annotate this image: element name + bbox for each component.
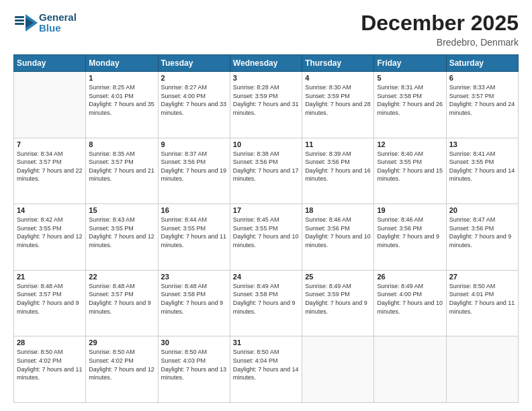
day-info: Sunrise: 8:50 AMSunset: 4:02 PMDaylight:…: [89, 348, 154, 381]
logo-line2: Blue: [39, 23, 77, 34]
table-row: 29Sunrise: 8:50 AMSunset: 4:02 PMDayligh…: [86, 336, 158, 403]
table-row: 15Sunrise: 8:43 AMSunset: 3:55 PMDayligh…: [86, 204, 158, 271]
table-row: 16Sunrise: 8:44 AMSunset: 3:55 PMDayligh…: [158, 204, 230, 271]
title-block: December 2025 Bredebro, Denmark: [361, 11, 519, 48]
day-number: 10: [233, 140, 299, 148]
table-row: 11Sunrise: 8:39 AMSunset: 3:56 PMDayligh…: [302, 138, 374, 204]
day-number: 15: [89, 206, 154, 214]
logo: General Blue: [13, 11, 77, 35]
table-row: 13Sunrise: 8:41 AMSunset: 3:55 PMDayligh…: [446, 138, 518, 204]
header-wednesday: Wednesday: [230, 55, 302, 72]
day-info: Sunrise: 8:35 AMSunset: 3:57 PMDaylight:…: [89, 150, 154, 183]
table-row: 9Sunrise: 8:37 AMSunset: 3:56 PMDaylight…: [158, 138, 230, 204]
table-row: 1Sunrise: 8:25 AMSunset: 4:01 PMDaylight…: [86, 72, 158, 138]
day-number: 16: [161, 206, 227, 214]
day-number: 19: [377, 206, 443, 214]
day-info: Sunrise: 8:50 AMSunset: 4:04 PMDaylight:…: [233, 348, 299, 381]
calendar-header-row: Sunday Monday Tuesday Wednesday Thursday…: [14, 55, 519, 72]
day-info: Sunrise: 8:50 AMSunset: 4:01 PMDaylight:…: [449, 282, 515, 316]
header: General Blue December 2025 Bredebro, Den…: [13, 11, 519, 48]
calendar-table: Sunday Monday Tuesday Wednesday Thursday…: [13, 54, 519, 403]
header-thursday: Thursday: [302, 55, 374, 72]
table-row: 12Sunrise: 8:40 AMSunset: 3:55 PMDayligh…: [374, 138, 446, 204]
day-number: 31: [233, 338, 299, 347]
page: General Blue December 2025 Bredebro, Den…: [0, 0, 532, 411]
table-row: [302, 336, 374, 403]
day-number: 7: [17, 140, 83, 148]
day-info: Sunrise: 8:47 AMSunset: 3:56 PMDaylight:…: [449, 216, 515, 249]
day-number: 1: [89, 74, 154, 82]
day-info: Sunrise: 8:44 AMSunset: 3:55 PMDaylight:…: [161, 216, 227, 249]
day-number: 20: [449, 206, 515, 214]
table-row: 6Sunrise: 8:33 AMSunset: 3:57 PMDaylight…: [446, 72, 518, 138]
table-row: 20Sunrise: 8:47 AMSunset: 3:56 PMDayligh…: [446, 204, 518, 271]
day-info: Sunrise: 8:25 AMSunset: 4:01 PMDaylight:…: [89, 83, 154, 117]
table-row: 27Sunrise: 8:50 AMSunset: 4:01 PMDayligh…: [446, 270, 518, 336]
day-number: 4: [305, 74, 371, 82]
table-row: 23Sunrise: 8:48 AMSunset: 3:58 PMDayligh…: [158, 270, 230, 336]
day-info: Sunrise: 8:30 AMSunset: 3:59 PMDaylight:…: [305, 83, 371, 117]
table-row: 10Sunrise: 8:38 AMSunset: 3:56 PMDayligh…: [230, 138, 302, 204]
svg-rect-1: [15, 16, 24, 18]
calendar-week-row: 1Sunrise: 8:25 AMSunset: 4:01 PMDaylight…: [14, 72, 519, 138]
day-number: 8: [89, 140, 154, 148]
day-number: 2: [161, 74, 227, 82]
day-info: Sunrise: 8:38 AMSunset: 3:56 PMDaylight:…: [233, 150, 299, 183]
day-info: Sunrise: 8:34 AMSunset: 3:57 PMDaylight:…: [17, 150, 83, 183]
header-monday: Monday: [86, 55, 158, 72]
table-row: 24Sunrise: 8:49 AMSunset: 3:58 PMDayligh…: [230, 270, 302, 336]
calendar-week-row: 14Sunrise: 8:42 AMSunset: 3:55 PMDayligh…: [14, 204, 519, 271]
table-row: 21Sunrise: 8:48 AMSunset: 3:57 PMDayligh…: [14, 270, 86, 336]
table-row: 5Sunrise: 8:31 AMSunset: 3:58 PMDaylight…: [374, 72, 446, 138]
day-number: 23: [161, 273, 227, 281]
header-saturday: Saturday: [446, 55, 518, 72]
day-info: Sunrise: 8:28 AMSunset: 3:59 PMDaylight:…: [233, 83, 299, 117]
day-number: 30: [161, 338, 227, 347]
table-row: 7Sunrise: 8:34 AMSunset: 3:57 PMDaylight…: [14, 138, 86, 204]
table-row: 3Sunrise: 8:28 AMSunset: 3:59 PMDaylight…: [230, 72, 302, 138]
day-number: 26: [377, 273, 443, 281]
table-row: 14Sunrise: 8:42 AMSunset: 3:55 PMDayligh…: [14, 204, 86, 271]
calendar-week-row: 21Sunrise: 8:48 AMSunset: 3:57 PMDayligh…: [14, 270, 519, 336]
day-info: Sunrise: 8:50 AMSunset: 4:03 PMDaylight:…: [161, 348, 227, 381]
day-number: 14: [17, 206, 83, 214]
day-number: 17: [233, 206, 299, 214]
day-number: 6: [449, 74, 515, 82]
day-number: 3: [233, 74, 299, 82]
day-info: Sunrise: 8:46 AMSunset: 3:56 PMDaylight:…: [305, 216, 371, 249]
svg-rect-3: [15, 23, 24, 25]
day-info: Sunrise: 8:49 AMSunset: 3:59 PMDaylight:…: [305, 282, 371, 316]
day-info: Sunrise: 8:46 AMSunset: 3:56 PMDaylight:…: [377, 216, 443, 249]
table-row: 26Sunrise: 8:49 AMSunset: 4:00 PMDayligh…: [374, 270, 446, 336]
day-number: 27: [449, 273, 515, 281]
day-number: 24: [233, 273, 299, 281]
day-info: Sunrise: 8:48 AMSunset: 3:58 PMDaylight:…: [161, 282, 227, 316]
day-number: 25: [305, 273, 371, 281]
logo-icon: [13, 11, 38, 35]
svg-rect-2: [15, 19, 24, 21]
day-info: Sunrise: 8:48 AMSunset: 3:57 PMDaylight:…: [17, 282, 83, 316]
day-info: Sunrise: 8:31 AMSunset: 3:58 PMDaylight:…: [377, 83, 443, 117]
header-tuesday: Tuesday: [158, 55, 230, 72]
table-row: [374, 336, 446, 403]
table-row: 8Sunrise: 8:35 AMSunset: 3:57 PMDaylight…: [86, 138, 158, 204]
header-friday: Friday: [374, 55, 446, 72]
day-info: Sunrise: 8:43 AMSunset: 3:55 PMDaylight:…: [89, 216, 154, 249]
table-row: 30Sunrise: 8:50 AMSunset: 4:03 PMDayligh…: [158, 336, 230, 403]
logo-line1: General: [39, 12, 77, 24]
table-row: 28Sunrise: 8:50 AMSunset: 4:02 PMDayligh…: [14, 336, 86, 403]
table-row: 2Sunrise: 8:27 AMSunset: 4:00 PMDaylight…: [158, 72, 230, 138]
day-number: 21: [17, 273, 83, 281]
day-info: Sunrise: 8:40 AMSunset: 3:55 PMDaylight:…: [377, 150, 443, 183]
day-number: 9: [161, 140, 227, 148]
location-subtitle: Bredebro, Denmark: [361, 37, 519, 48]
table-row: [446, 336, 518, 403]
table-row: [14, 72, 86, 138]
day-info: Sunrise: 8:41 AMSunset: 3:55 PMDaylight:…: [449, 150, 515, 183]
table-row: 25Sunrise: 8:49 AMSunset: 3:59 PMDayligh…: [302, 270, 374, 336]
day-info: Sunrise: 8:33 AMSunset: 3:57 PMDaylight:…: [449, 83, 515, 117]
table-row: 19Sunrise: 8:46 AMSunset: 3:56 PMDayligh…: [374, 204, 446, 271]
day-info: Sunrise: 8:45 AMSunset: 3:55 PMDaylight:…: [233, 216, 299, 249]
day-number: 28: [17, 338, 83, 347]
day-number: 18: [305, 206, 371, 214]
